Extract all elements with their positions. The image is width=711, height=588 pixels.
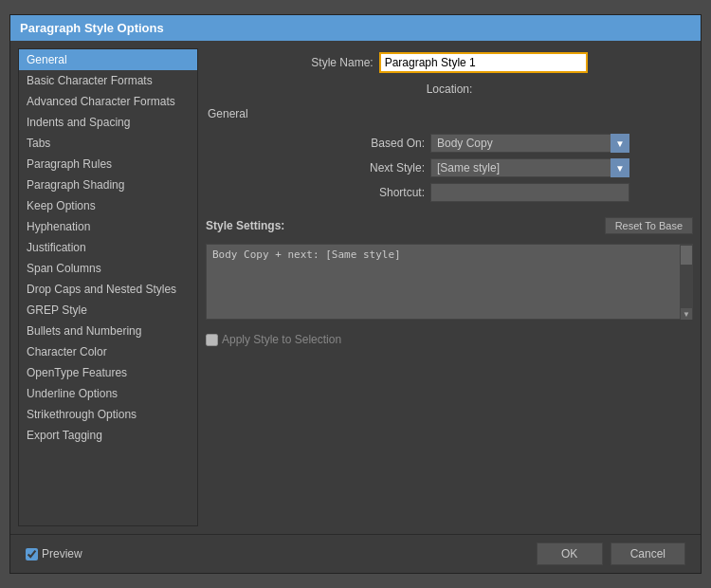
next-style-label: Next Style: — [349, 161, 425, 175]
sidebar-item[interactable]: Justification — [19, 237, 197, 258]
style-name-label: Style Name: — [311, 56, 373, 69]
reset-to-base-button[interactable]: Reset To Base — [605, 217, 693, 234]
style-settings-bar: Style Settings: Reset To Base — [206, 217, 693, 234]
based-on-dropdown-wrapper: Body Copy [No Paragraph Style] Body Text… — [430, 134, 629, 153]
sidebar-item[interactable]: Bullets and Numbering — [19, 321, 197, 341]
sidebar-item[interactable]: Paragraph Rules — [19, 154, 197, 175]
next-style-select[interactable]: [Same style] Body Copy Body Text Heading… — [430, 158, 629, 177]
sidebar-item[interactable]: Indents and Spacing — [19, 112, 197, 133]
sidebar-item[interactable]: Advanced Character Formats — [19, 91, 197, 112]
apply-style-checkbox-wrapper: Apply Style to Selection — [206, 333, 341, 346]
shortcut-row: Shortcut: — [269, 183, 629, 202]
apply-style-label: Apply Style to Selection — [222, 333, 341, 346]
dialog-title: Paragraph Style Options — [10, 15, 701, 41]
next-style-dropdown-wrapper: [Same style] Body Copy Body Text Heading… — [430, 158, 629, 177]
style-name-row: Style Name: — [206, 52, 693, 73]
sidebar-item[interactable]: Tabs — [19, 133, 197, 154]
sidebar-item[interactable]: Character Color — [19, 341, 197, 362]
general-section-label: General — [208, 107, 693, 120]
sidebar-item[interactable]: OpenType Features — [19, 362, 197, 383]
paragraph-style-dialog: Paragraph Style Options GeneralBasic Cha… — [9, 14, 702, 574]
footer-buttons: OK Cancel — [537, 542, 685, 565]
sidebar-item[interactable]: Underline Options — [19, 383, 197, 404]
location-label: Location: — [427, 83, 473, 96]
sidebar-item[interactable]: Drop Caps and Nested Styles — [19, 279, 197, 300]
dialog-footer: Preview OK Cancel — [10, 534, 701, 573]
style-settings-textarea-wrapper: ▼ — [206, 244, 693, 320]
preview-label: Preview — [42, 547, 82, 560]
apply-style-row: Apply Style to Selection — [206, 333, 693, 346]
sidebar-item[interactable]: Keep Options — [19, 195, 197, 216]
sidebar-item[interactable]: Span Columns — [19, 258, 197, 279]
shortcut-input[interactable] — [430, 183, 629, 202]
location-row: Location: — [206, 83, 693, 96]
scrollbar-arrow-down[interactable]: ▼ — [681, 308, 692, 320]
style-settings-textarea[interactable] — [206, 244, 693, 320]
preview-wrapper: Preview — [26, 547, 82, 560]
preview-checkbox[interactable] — [26, 548, 38, 560]
sidebar-item[interactable]: Hyphenation — [19, 216, 197, 237]
textarea-scrollbar: ▼ — [680, 244, 693, 320]
style-name-input[interactable] — [379, 52, 588, 73]
sidebar-item[interactable]: Export Tagging — [19, 425, 197, 446]
based-on-label: Based On: — [349, 137, 425, 150]
cancel-button[interactable]: Cancel — [611, 542, 685, 565]
next-style-row: Next Style: [Same style] Body Copy Body … — [269, 158, 629, 177]
style-settings-label: Style Settings: — [206, 219, 284, 232]
apply-style-checkbox[interactable] — [206, 334, 218, 346]
ok-button[interactable]: OK — [537, 542, 603, 565]
sidebar-item[interactable]: GREP Style — [19, 300, 197, 321]
sidebar: GeneralBasic Character FormatsAdvanced C… — [18, 48, 198, 526]
based-on-select[interactable]: Body Copy [No Paragraph Style] Body Text… — [430, 134, 629, 153]
sidebar-item[interactable]: Basic Character Formats — [19, 70, 197, 91]
form-grid: Based On: Body Copy [No Paragraph Style]… — [206, 134, 693, 202]
based-on-row: Based On: Body Copy [No Paragraph Style]… — [269, 134, 629, 153]
sidebar-item[interactable]: Paragraph Shading — [19, 175, 197, 195]
main-content: Style Name: Location: General Based On: … — [206, 48, 693, 526]
dialog-body: GeneralBasic Character FormatsAdvanced C… — [10, 41, 701, 534]
scrollbar-thumb — [681, 246, 692, 265]
shortcut-label: Shortcut: — [349, 186, 425, 199]
sidebar-item[interactable]: Strikethrough Options — [19, 404, 197, 425]
sidebar-item[interactable]: General — [19, 49, 197, 70]
